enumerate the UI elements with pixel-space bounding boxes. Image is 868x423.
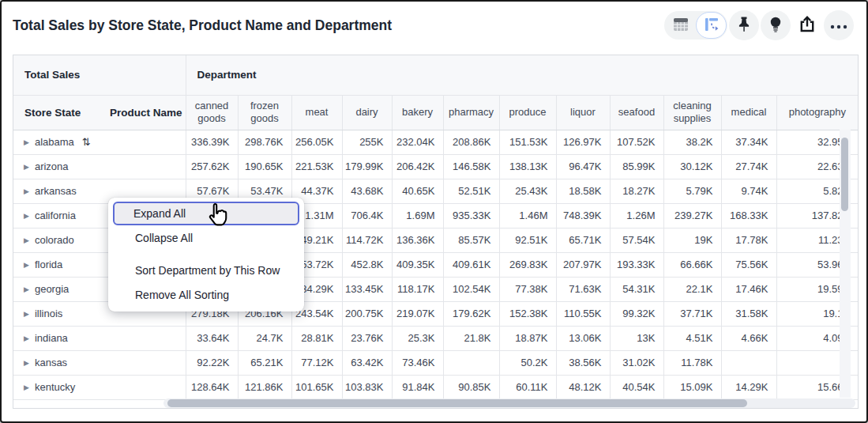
state-cell-arizona[interactable]: ▶arizona [13,154,107,179]
value-cell[interactable]: 38.56K [556,350,610,375]
value-cell[interactable]: 23.76K [342,326,392,350]
value-cell[interactable]: 37.71K [663,301,721,326]
value-cell[interactable]: 33.64K [186,326,238,350]
value-cell[interactable]: 409.61K [443,252,499,277]
menu-item-expand-all[interactable]: Expand All [113,202,299,225]
value-cell[interactable]: 28.81K [291,326,342,350]
value-cell[interactable]: 22.1K [663,277,721,301]
state-cell-california[interactable]: ▶california [13,203,107,228]
value-cell[interactable]: 151.53K [499,130,556,154]
value-cell[interactable]: 748.39K [556,203,610,228]
value-cell[interactable]: 30.12K [663,154,721,179]
column-header-medical[interactable]: medical [721,95,776,130]
value-cell[interactable]: 152.38K [499,301,556,326]
value-cell[interactable]: 13.06K [556,326,610,350]
value-cell[interactable]: 92.51K [499,228,556,252]
value-cell[interactable]: 21.8K [443,326,499,350]
vertical-scrollbar-thumb[interactable] [841,138,848,211]
value-cell[interactable]: 190.65K [238,154,291,179]
state-cell-illinois[interactable]: ▶illinois [13,301,107,326]
sort-indicator-icon[interactable]: ⇅ [82,136,91,148]
value-cell[interactable]: 4.51K [663,326,721,350]
value-cell[interactable]: 92.22K [186,350,238,375]
value-cell[interactable]: 63.42K [342,350,392,375]
value-cell[interactable]: 935.33K [443,203,499,228]
value-cell[interactable]: 9.74K [721,179,776,203]
value-cell[interactable]: 60.11K [499,375,556,399]
row-header-store-state[interactable]: Store State [13,95,107,130]
value-cell[interactable]: 85.99K [610,154,663,179]
expand-triangle-icon[interactable]: ▶ [24,334,29,342]
value-cell[interactable]: 256.05K [291,130,342,154]
value-cell[interactable]: 232.04K [392,130,443,154]
value-cell[interactable]: 110.55K [556,301,610,326]
value-cell[interactable]: 128.64K [186,375,238,399]
expand-triangle-icon[interactable]: ▶ [24,261,29,269]
column-header-frozen-goods[interactable]: frozen goods [238,95,291,130]
value-cell[interactable]: 40.65K [392,179,443,203]
value-cell[interactable]: 207.97K [556,252,610,277]
value-cell[interactable]: 1.26M [610,203,663,228]
column-header-meat[interactable]: meat [291,95,342,130]
value-cell[interactable]: 107.52K [610,130,663,154]
column-header-dairy[interactable]: dairy [342,95,392,130]
value-cell[interactable]: 24.7K [238,326,291,350]
value-cell[interactable]: 18.58K [556,179,610,203]
value-cell[interactable]: 126.97K [556,130,610,154]
value-cell[interactable]: 103.83K [342,375,392,399]
value-cell[interactable]: 11.78K [663,350,721,375]
value-cell[interactable]: 121.86K [238,375,291,399]
export-button[interactable] [792,10,822,40]
pin-button[interactable] [729,10,759,40]
value-cell[interactable]: 193.33K [610,252,663,277]
value-cell[interactable]: 336.39K [186,130,238,154]
value-cell[interactable]: 18.27K [610,179,663,203]
value-cell[interactable]: 38.2K [663,130,721,154]
value-cell[interactable] [443,350,499,375]
more-button[interactable] [824,10,854,40]
state-cell-arkansas[interactable]: ▶arkansas [13,179,107,203]
pivot-view-button[interactable] [696,12,727,39]
state-cell-kentucky[interactable]: ▶kentucky [13,375,107,399]
value-cell[interactable]: 452.8K [342,252,392,277]
menu-item-sort-department-by-this-row[interactable]: Sort Department by This Row [113,259,299,282]
state-cell-colorado[interactable]: ▶colorado [13,228,107,252]
expand-triangle-icon[interactable]: ▶ [24,285,29,293]
value-cell[interactable]: 77.12K [291,350,342,375]
value-cell[interactable]: 52.51K [443,179,499,203]
column-dimension-header[interactable]: Department [186,55,858,95]
column-header-bakery[interactable]: bakery [392,95,443,130]
value-cell[interactable]: 208.86K [443,130,499,154]
value-cell[interactable]: 221.53K [291,154,342,179]
value-cell[interactable]: 255K [342,130,392,154]
value-cell[interactable]: 37.34K [721,130,776,154]
column-header-canned-goods[interactable]: canned goods [186,95,238,130]
value-cell[interactable]: 206.42K [392,154,443,179]
value-cell[interactable]: 14.29K [721,375,776,399]
value-cell[interactable]: 257.62K [186,154,238,179]
state-cell-alabama[interactable]: ▶alabama⇅ [13,130,107,154]
expand-triangle-icon[interactable]: ▶ [24,359,29,367]
value-cell[interactable]: 25.3K [392,326,443,350]
value-cell[interactable]: 114.72K [342,228,392,252]
value-cell[interactable]: 91.84K [392,375,443,399]
value-cell[interactable]: 90.85K [443,375,499,399]
value-cell[interactable]: 65.21K [238,350,291,375]
value-cell[interactable]: 146.58K [443,154,499,179]
value-cell[interactable]: 136.36K [392,228,443,252]
horizontal-scrollbar-thumb[interactable] [167,399,747,407]
value-cell[interactable]: 77.38K [499,277,556,301]
value-cell[interactable]: 102.54K [443,277,499,301]
column-header-liquor[interactable]: liquor [556,95,610,130]
value-cell[interactable]: 99.32K [610,301,663,326]
value-cell[interactable]: 1.46M [499,203,556,228]
value-cell[interactable]: 179.99K [342,154,392,179]
row-header-product-name[interactable]: Product Name [107,95,186,130]
value-cell[interactable]: 168.33K [721,203,776,228]
value-cell[interactable]: 31.58K [721,301,776,326]
value-cell[interactable]: 48.12K [556,375,610,399]
expand-triangle-icon[interactable]: ▶ [24,187,29,195]
value-cell[interactable]: 200.75K [342,301,392,326]
expand-triangle-icon[interactable]: ▶ [24,212,29,220]
value-cell[interactable]: 27.74K [721,154,776,179]
